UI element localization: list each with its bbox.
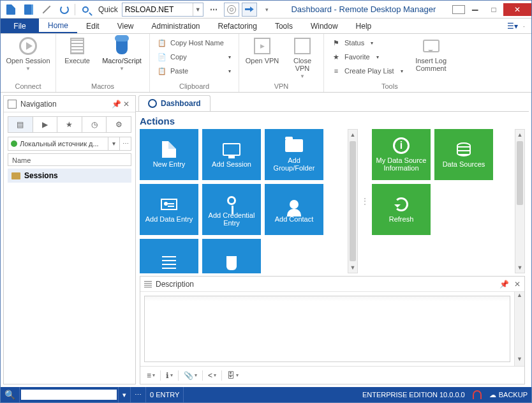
execute-button[interactable]: Execute (61, 36, 93, 65)
status-bar: 🔍 ▾ ⋯ 0 ENTRY ENTERPRISE EDITION 10.0.0.… (1, 387, 531, 402)
datasource-more-icon[interactable]: ⋯ (119, 137, 131, 150)
dashboard-tab[interactable]: Dashboard (138, 95, 211, 111)
close-button[interactable]: ✕ (503, 3, 531, 16)
tile-add-contact[interactable]: Add Contact (265, 184, 323, 235)
copy-button[interactable]: 📄Copy▾ (155, 50, 233, 63)
quick-access-toolbar: Quick ▼ ⋯ ▾ Dashboard - Remote Desktop M… (1, 1, 531, 19)
tab-home[interactable]: Home (39, 19, 77, 33)
nav-tab-play-icon[interactable]: ▶ (33, 117, 58, 132)
quick-search-input[interactable] (122, 3, 193, 16)
status-button[interactable]: ⚑Status▾ (329, 36, 406, 49)
qa-more-icon[interactable]: ⋯ (206, 3, 221, 17)
qa-arrow-icon[interactable] (242, 3, 257, 17)
close-panel-icon[interactable]: ✕ (121, 100, 131, 109)
paste-button[interactable]: 📋Paste▾ (155, 65, 233, 77)
splitter-icon[interactable]: ⋮ (362, 129, 368, 273)
nav-tab-clock-icon[interactable]: ◷ (82, 117, 107, 132)
qa-overflow-icon[interactable]: ▾ (260, 3, 275, 17)
tile-data-sources[interactable]: Data Sources (434, 129, 493, 180)
nav-tab-list-icon[interactable]: ▤ (8, 117, 33, 132)
nav-tab-gear-icon[interactable]: ⚙ (107, 117, 131, 132)
datasource-dropdown-icon[interactable]: ▾ (108, 137, 119, 150)
tile-new-entry[interactable]: New Entry (140, 129, 198, 180)
playlist-button[interactable]: ≡Create Play List▾ (329, 65, 406, 77)
datasource-selector[interactable]: Локальный источник д... ▾ ⋯ (8, 137, 131, 151)
quick-search-box[interactable]: ▼ (122, 3, 203, 17)
tile-add-session[interactable]: Add Session (202, 129, 261, 180)
tile-label: Add Group/Folder (267, 156, 321, 172)
status-label: Status (344, 39, 364, 47)
description-panel: Description 📌 ✕ ▲▼ ≡▾ ℹ▾ 📎▾ <▾ 🗄▾ (140, 276, 525, 384)
tree-root-sessions[interactable]: Sessions (8, 169, 131, 183)
tile-label: New Entry (153, 160, 186, 168)
file-tab[interactable]: File (1, 19, 39, 33)
status-entry-count: 0 ENTRY (146, 387, 184, 402)
status-search-input[interactable] (21, 390, 117, 400)
tile-add-data-entry[interactable]: Add Data Entry (140, 184, 198, 235)
magnet-icon[interactable] (473, 390, 482, 399)
copy-host-button[interactable]: 📋Copy Host Name (155, 36, 233, 49)
desc-tb-info-icon[interactable]: ℹ▾ (163, 370, 175, 381)
desc-tb-db-icon[interactable]: 🗄▾ (225, 370, 241, 381)
tab-administration[interactable]: Administration (143, 19, 209, 33)
favorite-button[interactable]: ★Favorite▾ (329, 50, 406, 63)
tile-add-credential-entry[interactable]: Add Credential Entry (202, 184, 261, 235)
tile-scroll[interactable] (202, 239, 261, 273)
ribbon-menu-icon[interactable]: ☰▾ (507, 22, 518, 31)
qa-new-icon[interactable] (3, 3, 18, 17)
pin-icon[interactable]: 📌 (111, 100, 121, 109)
tab-refactoring[interactable]: Refactoring (209, 19, 266, 33)
open-vpn-button[interactable]: ▶ Open VPN (244, 36, 280, 65)
tile-add-group-folder[interactable]: Add Group/Folder (265, 129, 323, 180)
nav-tab-star-icon[interactable]: ★ (57, 117, 82, 132)
ribbon-toggle-icon[interactable] (452, 5, 465, 14)
tab-view[interactable]: View (108, 19, 143, 33)
tab-help[interactable]: Help (347, 19, 381, 33)
insert-log-button[interactable]: Insert Log Comment (412, 36, 450, 72)
description-close-icon[interactable]: ✕ (514, 280, 521, 289)
desc-tb-share-icon[interactable]: <▾ (205, 370, 219, 381)
macro-script-button[interactable]: Macro/Script ▼ (100, 36, 144, 72)
minimize-button[interactable]: ‒ (465, 3, 484, 16)
open-session-button[interactable]: Open Session ▼ (6, 36, 50, 72)
tree-root-label: Sessions (24, 171, 58, 180)
tree-column-header[interactable]: Name (8, 153, 131, 166)
open-session-label: Open Session (6, 57, 50, 65)
description-title: Description (156, 280, 194, 289)
tile-refresh[interactable]: Refresh (372, 184, 431, 235)
qa-target-icon[interactable] (224, 3, 239, 17)
paste-label: Paste (170, 67, 188, 75)
status-edition: ENTERPRISE EDITION 10.0.0.0 (358, 387, 469, 402)
status-search-icon[interactable]: 🔍 (1, 387, 20, 402)
desc-tb-attach-icon[interactable]: 📎▾ (181, 370, 200, 381)
actions-heading: Actions (140, 116, 529, 126)
qa-edit-icon[interactable] (39, 3, 54, 17)
tab-edit[interactable]: Edit (77, 19, 108, 33)
status-more-icon[interactable]: ⋯ (131, 387, 146, 402)
tab-window[interactable]: Window (302, 19, 347, 33)
folder-icon (284, 137, 304, 154)
desc-tb-list-icon[interactable]: ≡▾ (144, 370, 158, 381)
description-textarea[interactable] (144, 296, 510, 362)
tab-tools[interactable]: Tools (266, 19, 302, 33)
tile-my-data-source-information[interactable]: iMy Data Source Information (372, 129, 431, 180)
close-vpn-button[interactable]: Close VPN ▼ (286, 36, 318, 79)
scroll-icon (116, 38, 128, 54)
status-backup[interactable]: ☁ BACKUP (485, 387, 531, 402)
qa-refresh-icon[interactable] (57, 3, 72, 17)
right-scrollbar[interactable]: ▲▼ (515, 129, 525, 273)
tile-label: Add Data Entry (145, 215, 193, 223)
lines-icon (159, 255, 179, 271)
db-icon (454, 141, 473, 158)
tile-lines[interactable] (140, 239, 198, 273)
quick-dropdown-icon[interactable]: ▼ (193, 3, 203, 16)
status-dropdown-icon[interactable]: ▾ (119, 387, 131, 402)
qa-book-icon[interactable] (21, 3, 36, 17)
left-scrollbar[interactable]: ▲▼ (348, 129, 358, 273)
description-pin-icon[interactable]: 📌 (499, 280, 509, 289)
navigation-header: Navigation 📌 ✕ (4, 96, 135, 112)
qa-search-icon[interactable] (78, 3, 93, 17)
maximize-button[interactable]: □ (484, 3, 503, 16)
description-scrollbar[interactable]: ▲▼ (514, 292, 524, 366)
close-vpn-label: Close VPN (286, 57, 318, 72)
